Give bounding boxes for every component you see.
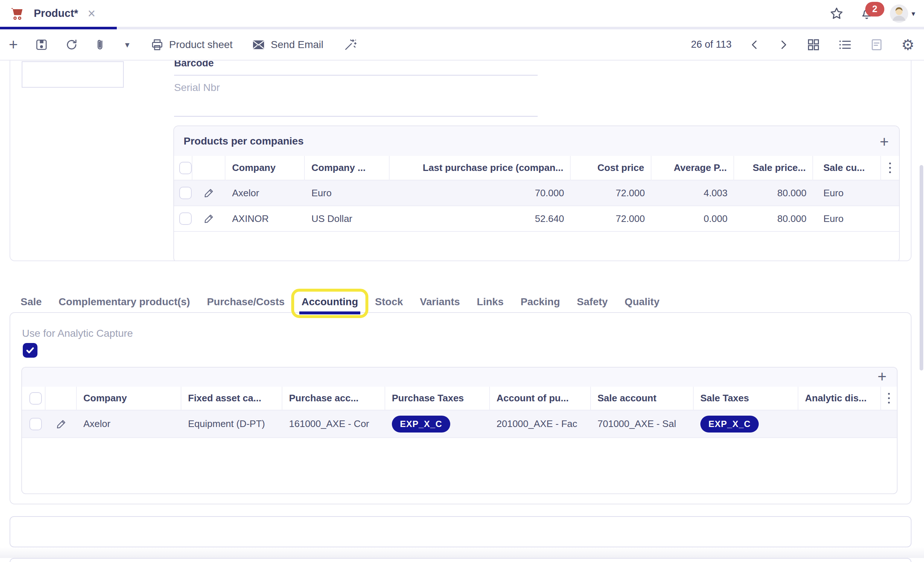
row-checkbox[interactable] — [179, 187, 192, 199]
tabbar-divider — [0, 27, 924, 29]
notification-badge: 2 — [865, 2, 884, 16]
column-header[interactable]: Cost price — [571, 156, 651, 180]
vertical-scrollbar-thumb[interactable] — [920, 165, 923, 371]
edit-pencil-icon[interactable] — [56, 418, 67, 430]
user-menu[interactable]: ▾ — [890, 4, 915, 23]
tabbar-actions: 2 ▾ — [829, 0, 915, 27]
empty-panel — [9, 516, 912, 547]
edit-pencil-icon[interactable] — [203, 187, 215, 199]
column-header[interactable]: Company — [225, 156, 305, 180]
serial-number-input[interactable] — [174, 116, 538, 117]
tab-links[interactable]: Links — [477, 296, 504, 308]
barcode-label: Barcode — [174, 61, 214, 69]
next-record-icon[interactable] — [778, 39, 789, 50]
accounting-tab-panel: Use for Analytic Capture + Company Fixed… — [9, 312, 912, 504]
record-pager: 26 of 113 — [691, 39, 732, 50]
sale-tax-badge: EXP_X_C — [700, 416, 759, 432]
cell-sale-currency: Euro — [813, 206, 881, 231]
select-all-checkbox[interactable] — [29, 392, 42, 405]
tab-title: Product* — [34, 7, 78, 19]
cart-icon — [9, 6, 24, 21]
tab-bar: Product* × 2 — [0, 0, 924, 29]
tab-stock[interactable]: Stock — [375, 296, 403, 308]
grid-view-icon[interactable] — [807, 38, 820, 52]
tab-packing[interactable]: Packing — [520, 296, 560, 308]
close-icon[interactable]: × — [88, 7, 96, 20]
more-actions-caret-icon[interactable]: ▾ — [125, 40, 130, 50]
accounting-accounts-grid: + Company Fixed asset ca... Purchase acc… — [21, 367, 897, 494]
purchase-tax-badge: EXP_X_C — [392, 416, 450, 432]
previous-record-icon[interactable] — [749, 39, 760, 50]
magic-wand-icon[interactable] — [344, 38, 357, 52]
add-account-line-icon[interactable]: + — [878, 369, 886, 384]
cell-currency: US Dollar — [305, 206, 390, 231]
column-header[interactable]: Purchase Taxes — [385, 387, 490, 410]
cell-last-purchase-price: 52.640 — [390, 206, 571, 231]
notifications-bell-icon[interactable]: 2 — [860, 6, 874, 21]
tab-sale[interactable]: Sale — [21, 296, 42, 308]
active-tab-underline — [0, 27, 117, 29]
column-header[interactable]: Sale account — [591, 387, 694, 410]
tab-purchase-costs[interactable]: Purchase/Costs — [207, 296, 285, 308]
product-sheet-label: Product sheet — [169, 39, 233, 51]
envelope-icon — [252, 38, 266, 52]
cell-cost-price: 72.000 — [571, 206, 651, 231]
tab-complementary-products[interactable]: Complementary product(s) — [59, 296, 190, 308]
send-email-label: Send Email — [271, 39, 323, 51]
product-sheet-button[interactable]: Product sheet — [150, 38, 233, 52]
barcode-input[interactable] — [174, 75, 538, 76]
column-header[interactable]: Average P... — [651, 156, 734, 180]
products-panel-title: Products per companies — [184, 135, 304, 147]
table-row[interactable]: Axelor Equipment (D-PT) 161000_AXE - Cor… — [22, 411, 897, 438]
form-view-icon[interactable] — [870, 38, 884, 52]
open-tab-product[interactable]: Product* × — [9, 0, 96, 27]
edit-pencil-icon[interactable] — [203, 213, 215, 224]
serial-number-placeholder: Serial Nbr — [174, 82, 220, 94]
tab-accounting[interactable]: Accounting — [302, 296, 358, 308]
select-all-checkbox[interactable] — [179, 162, 192, 174]
table-row[interactable]: Axelor Euro 70.000 72.000 4.003 80.000 E… — [174, 181, 899, 206]
accounts-grid-toolbar: + — [22, 368, 897, 387]
row-checkbox[interactable] — [179, 212, 192, 225]
tab-quality[interactable]: Quality — [625, 296, 660, 308]
column-header[interactable]: Sale cu... — [813, 156, 881, 180]
send-email-button[interactable]: Send Email — [252, 38, 323, 52]
save-icon[interactable] — [35, 38, 48, 51]
cell-sale-currency: Euro — [813, 181, 881, 205]
cell-company: Axelor — [77, 411, 182, 437]
column-header[interactable]: Purchase acc... — [282, 387, 385, 410]
attachment-paperclip-icon[interactable] — [95, 38, 108, 51]
column-header[interactable]: Company ... — [305, 156, 390, 180]
add-product-company-icon[interactable]: + — [880, 134, 889, 149]
cell-company: Axelor — [225, 181, 305, 205]
list-view-icon[interactable] — [838, 38, 852, 52]
cell-sale-price: 80.000 — [734, 181, 813, 205]
row-checkbox[interactable] — [29, 418, 42, 430]
column-header[interactable]: Sale price... — [734, 156, 813, 180]
products-table-header: Company Company ... Last purchase price … — [174, 156, 899, 181]
table-row[interactable]: AXINOR US Dollar 52.640 72.000 0.000 80.… — [174, 206, 899, 232]
refresh-icon[interactable] — [65, 38, 78, 51]
analytic-capture-checkbox[interactable] — [23, 343, 38, 358]
column-header[interactable]: Account of pu... — [490, 387, 591, 410]
tab-variants[interactable]: Variants — [420, 296, 460, 308]
cell-sale-account: 701000_AXE - Sal — [591, 411, 694, 437]
products-panel-titlebar: Products per companies + — [174, 126, 899, 156]
products-per-companies-panel: Products per companies + Company Company… — [173, 126, 900, 261]
next-panel-partial — [9, 558, 912, 562]
cell-sale-price: 80.000 — [734, 206, 813, 231]
tab-safety[interactable]: Safety — [577, 296, 608, 308]
column-header[interactable]: Last purchase price (compan... — [390, 156, 571, 180]
gear-icon[interactable]: ⚙ — [901, 37, 915, 52]
column-header[interactable]: Analytic dis... — [798, 387, 881, 410]
edit-column-header — [45, 387, 77, 410]
column-header[interactable]: Sale Taxes — [694, 387, 798, 410]
analytic-capture-label: Use for Analytic Capture — [22, 327, 133, 339]
column-menu-kebab-icon[interactable] — [889, 163, 891, 173]
column-header[interactable]: Fixed asset ca... — [182, 387, 282, 410]
star-icon[interactable] — [829, 6, 844, 21]
column-menu-kebab-icon[interactable] — [888, 393, 890, 404]
new-record-icon[interactable]: + — [9, 37, 18, 52]
column-header[interactable]: Company — [77, 387, 182, 410]
product-image-box[interactable] — [22, 61, 124, 88]
